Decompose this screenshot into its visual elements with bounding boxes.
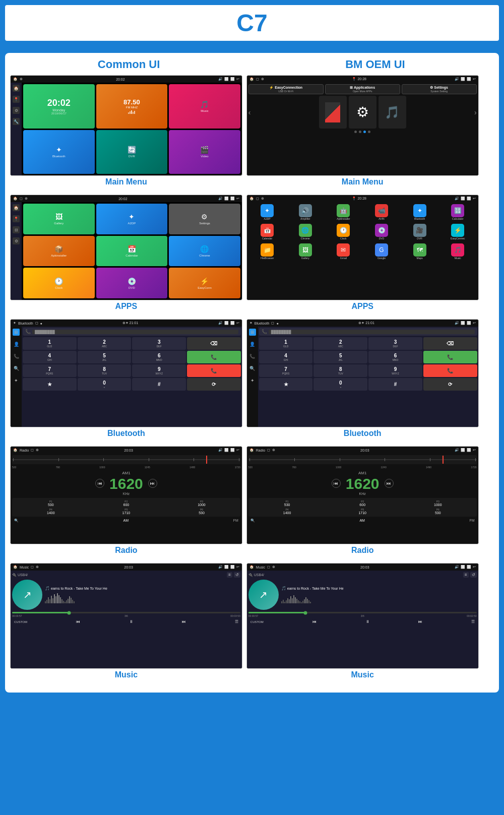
- music-bm-play-btn[interactable]: ⏸: [365, 619, 369, 624]
- radio-fm-tab[interactable]: FM: [233, 519, 238, 523]
- radio-bm-fm-tab[interactable]: FM: [469, 519, 474, 523]
- bm-key-9[interactable]: 9WXYZ: [368, 364, 422, 377]
- music-bm-custom-btn[interactable]: CUSTOM: [250, 620, 264, 623]
- app-apkinstaller[interactable]: 📦 Apkinstaller: [23, 236, 95, 267]
- bm-key-8[interactable]: 8TUV: [313, 364, 367, 377]
- bm-easyconn-btn[interactable]: ⚡ EasyConnection USB Or Wi-Fi: [248, 84, 324, 94]
- radio-bm-search-btn[interactable]: 🔍: [250, 519, 255, 523]
- key-7[interactable]: 7PQRS: [23, 364, 77, 377]
- music-bm-list-btn[interactable]: ≡: [463, 572, 469, 578]
- bm-key-7[interactable]: 7PQRS: [259, 364, 313, 377]
- music-play-btn[interactable]: ⏸: [129, 619, 133, 624]
- bm-app-gmail[interactable]: ✉ Gmail: [325, 243, 362, 260]
- bm-app-dvd[interactable]: 💿 DVD: [363, 224, 400, 240]
- location-icon[interactable]: 📍: [13, 96, 20, 103]
- search-icon[interactable]: 🔍: [13, 365, 20, 372]
- music-bm-next-btn[interactable]: ⏭: [418, 619, 422, 624]
- bm-app-dvr[interactable]: 🎥 DVR: [401, 224, 438, 240]
- call-log-icon[interactable]: 📞: [13, 353, 20, 360]
- arrow-right[interactable]: ›: [474, 108, 477, 116]
- radio-next-btn[interactable]: ⏭: [148, 479, 157, 488]
- key-2[interactable]: 2ABC: [78, 337, 132, 350]
- bm-key-star[interactable]: ★: [259, 378, 313, 391]
- bm-key-2[interactable]: 2ABC: [313, 337, 367, 350]
- radio-bm-next-btn[interactable]: ⏭: [385, 479, 394, 488]
- key-del[interactable]: ⌫: [187, 337, 241, 350]
- bm-app-filebrowser[interactable]: 📁 FileBrowser: [249, 243, 286, 260]
- key-1[interactable]: 1GLD: [23, 337, 77, 350]
- call-log-bm-icon[interactable]: 📞: [249, 353, 256, 360]
- radio-prev-btn[interactable]: ⏮: [95, 479, 104, 488]
- key-5[interactable]: 5JKL: [78, 351, 132, 363]
- bm-app-gallery[interactable]: 🖼 Gallery: [287, 243, 324, 260]
- bm-key-4[interactable]: 4GHI: [259, 351, 313, 363]
- bm-key-hangup[interactable]: 📞: [423, 364, 477, 377]
- tile-dvr[interactable]: 🔄 DVR: [96, 130, 168, 174]
- bm-key-5[interactable]: 5JKL: [313, 351, 367, 363]
- key-3[interactable]: 3DEF: [132, 337, 186, 350]
- apps-eq-icon[interactable]: ⊟: [13, 226, 20, 233]
- dialpad-icon[interactable]: ⊞: [13, 329, 20, 336]
- bm-app-maps[interactable]: 🗺 Maps: [401, 243, 438, 260]
- bm-key-1[interactable]: 1GLD: [259, 337, 313, 350]
- apps-home-icon[interactable]: 🏠: [13, 204, 20, 211]
- contacts-bm-icon[interactable]: 👤: [249, 341, 256, 348]
- bm-app-chrome[interactable]: 🌐 Chrome: [287, 224, 324, 240]
- bm-key-call[interactable]: 📞: [423, 351, 477, 363]
- key-hash[interactable]: #: [132, 378, 186, 391]
- app-chrome[interactable]: 🌐 Chrome: [169, 236, 240, 267]
- bm-app-avin[interactable]: 📹 AVIN: [363, 204, 400, 220]
- app-easyconn[interactable]: ⚡ EasyConn: [169, 268, 240, 298]
- radio-search-btn[interactable]: 🔍: [14, 519, 19, 523]
- dialpad-bm-icon[interactable]: ⊞: [249, 329, 256, 336]
- bm-key-del[interactable]: ⌫: [423, 337, 477, 350]
- search-bm-icon[interactable]: 🔍: [249, 365, 256, 372]
- bm-key-options[interactable]: ⟳: [423, 378, 477, 391]
- app-a2dp[interactable]: ✦ A2DP: [96, 204, 168, 234]
- bm-settings-btn[interactable]: ⚙ Settings System Setting: [402, 84, 477, 94]
- radio-bm-am-tab[interactable]: AM: [359, 519, 365, 523]
- music-bm-playlist-btn[interactable]: ☰: [471, 619, 475, 624]
- apps-loc-icon[interactable]: 📍: [13, 215, 20, 222]
- app-dvd[interactable]: 💿 DVD: [96, 268, 168, 298]
- apps-cog-icon[interactable]: ⚙: [13, 237, 20, 244]
- key-0[interactable]: 0+: [78, 378, 132, 391]
- app-gallery[interactable]: 🖼 Gallery: [23, 204, 95, 234]
- settings-icon[interactable]: ⚙: [13, 107, 20, 114]
- bm-app-bluetooth[interactable]: ✦ Bluetooth: [401, 204, 438, 220]
- app-settings[interactable]: ⚙ Settings: [169, 204, 240, 234]
- key-hangup[interactable]: 📞: [187, 364, 241, 377]
- app-calendar[interactable]: 📅 Calendar: [96, 236, 168, 267]
- app-clock[interactable]: 🕐 Clock: [23, 268, 95, 298]
- bm-app-amplifier[interactable]: 🔊 Amplifier: [287, 204, 324, 220]
- bm-key-0[interactable]: 0+: [313, 378, 367, 391]
- bt-bm-icon[interactable]: ✦: [249, 377, 256, 384]
- music-bm-repeat-btn[interactable]: ↺: [470, 572, 477, 578]
- key-options[interactable]: ⟳: [187, 378, 241, 391]
- bm-app-apkinstaller[interactable]: 🤖 ApkInstaller: [325, 204, 362, 220]
- tile-radio[interactable]: 87.50 FM MHZ: [96, 84, 168, 129]
- bm-app-a2dp[interactable]: ✦ A2DP: [249, 204, 286, 220]
- key-6[interactable]: 6MNO: [132, 351, 186, 363]
- dialpad-bm[interactable]: 1GLD 2ABC 3DEF ⌫ 4GHI 5JKL 6MNO 📞 7PQRS …: [259, 337, 477, 391]
- tile-music[interactable]: 🎵 Music: [169, 84, 240, 129]
- music-custom-btn[interactable]: CUSTOM: [14, 620, 27, 623]
- music-playlist-btn[interactable]: ☰: [235, 619, 238, 624]
- bm-apps-btn[interactable]: ⊞ Applications Open More APPs: [325, 84, 400, 94]
- gear-icon[interactable]: 🔧: [13, 118, 20, 125]
- dialpad[interactable]: 1GLD 2ABC 3DEF ⌫ 4GHI 5JKL 6MNO 📞 7PQRS …: [23, 337, 241, 391]
- home-icon[interactable]: 🏠: [13, 85, 20, 92]
- bm-app-calendar[interactable]: 📅 Calendar: [249, 224, 286, 240]
- music-list-btn[interactable]: ≡: [227, 572, 232, 578]
- tile-video[interactable]: 🎬 Video: [169, 130, 240, 174]
- music-prev-btn[interactable]: ⏮: [76, 619, 80, 624]
- key-4[interactable]: 4GHI: [23, 351, 77, 363]
- bm-key-6[interactable]: 6MNO: [368, 351, 422, 363]
- bm-app-easyconn[interactable]: ⚡ EasyConnec: [439, 224, 476, 240]
- key-call[interactable]: 📞: [187, 351, 241, 363]
- music-repeat-btn[interactable]: ↺: [234, 572, 240, 578]
- bm-app-calculator[interactable]: 🔢 Calculator: [439, 204, 476, 220]
- key-star[interactable]: ★: [23, 378, 77, 391]
- bm-key-3[interactable]: 3DEF: [368, 337, 422, 350]
- bm-key-hash[interactable]: #: [368, 378, 422, 391]
